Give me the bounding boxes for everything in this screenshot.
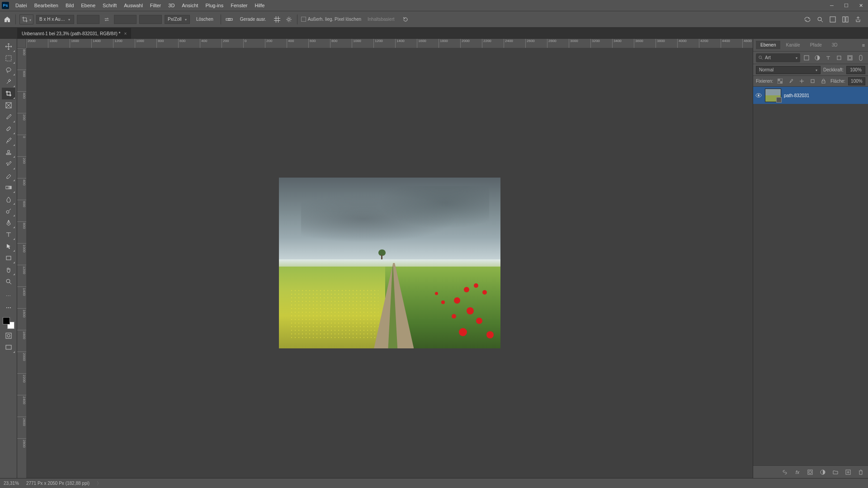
menu-datei[interactable]: Datei [12, 1, 31, 10]
resolution-unit-select[interactable]: Px/Zoll [165, 15, 190, 24]
link-layers-button[interactable] [780, 468, 789, 477]
edit-toolbar[interactable] [2, 302, 15, 314]
lock-all[interactable] [820, 77, 828, 86]
crop-height-input[interactable] [114, 15, 137, 24]
menu-bearbeiten[interactable]: Bearbeiten [31, 1, 62, 10]
dodge-tool[interactable] [2, 205, 15, 217]
delete-layer-button[interactable] [856, 468, 865, 477]
layer-visibility-toggle[interactable] [755, 92, 762, 99]
document-tab[interactable]: Unbenannt-1 bei 23,3% (path-832031, RGB/… [17, 28, 131, 39]
maximize-button[interactable]: ☐ [839, 0, 854, 11]
adjustment-layer-button[interactable] [818, 468, 827, 477]
layer-name[interactable]: path-832031 [784, 93, 809, 98]
reset-crop-button[interactable] [401, 15, 410, 24]
home-button[interactable] [3, 15, 12, 24]
crop-tool[interactable] [2, 88, 15, 99]
gradient-tool[interactable] [2, 182, 15, 193]
tab-kanaele[interactable]: Kanäle [781, 41, 804, 49]
menu-bild[interactable]: Bild [62, 1, 77, 10]
clone-stamp-tool[interactable] [2, 146, 15, 158]
search-button[interactable] [816, 15, 825, 24]
group-layers-button[interactable] [831, 468, 840, 477]
lock-pixels[interactable] [787, 77, 795, 86]
overlay-grid-button[interactable] [273, 15, 282, 24]
delete-cropped-checkbox[interactable]: Außerh. lieg. Pixel löschen [301, 17, 361, 22]
opacity-input[interactable]: 100% [846, 66, 865, 74]
zoom-level[interactable]: 23,31% [4, 481, 19, 486]
healing-tool[interactable] [2, 123, 15, 135]
canvas-image[interactable] [279, 178, 500, 348]
crop-options-button[interactable] [284, 15, 293, 24]
close-tab-button[interactable]: × [124, 31, 127, 36]
filter-adjustment-layers[interactable] [813, 53, 822, 62]
lock-artboard[interactable] [809, 77, 817, 86]
frame-tool[interactable] [2, 99, 15, 111]
history-brush-tool[interactable] [2, 158, 15, 170]
menu-auswahl[interactable]: Auswahl [120, 1, 146, 10]
fill-input[interactable]: 100% [848, 77, 865, 85]
move-tool[interactable] [2, 41, 15, 52]
pen-tool[interactable] [2, 217, 15, 229]
tab-ebenen[interactable]: Ebenen [756, 41, 780, 49]
foreground-color-swatch[interactable] [3, 317, 10, 324]
menu-ansicht[interactable]: Ansicht [178, 1, 202, 10]
menu-plugins[interactable]: Plug-ins [202, 1, 227, 10]
straighten-button[interactable]: Gerade ausr. [236, 15, 270, 24]
clear-button[interactable]: Löschen [193, 15, 217, 24]
filter-toggle[interactable] [856, 53, 865, 62]
ruler-origin[interactable] [17, 39, 26, 48]
share-button[interactable] [854, 15, 863, 24]
lock-position[interactable] [798, 77, 806, 86]
layer-style-button[interactable]: fx [793, 468, 802, 477]
close-window-button[interactable]: ✕ [854, 0, 868, 11]
crop-resolution-input[interactable] [139, 15, 162, 24]
path-selection-tool[interactable] [2, 240, 15, 252]
blend-mode-select[interactable]: Normal [756, 66, 821, 74]
straighten-icon-button[interactable] [225, 15, 234, 24]
type-tool[interactable] [2, 229, 15, 240]
workspace-switcher[interactable] [841, 15, 850, 24]
shape-tool[interactable] [2, 252, 15, 264]
tab-pfade[interactable]: Pfade [806, 41, 826, 49]
menu-3d[interactable]: 3D [165, 1, 178, 10]
tab-3d[interactable]: 3D [827, 41, 842, 49]
arrange-docs-button[interactable] [828, 15, 837, 24]
layer-list[interactable]: path-832031 [753, 87, 868, 465]
horizontal-ruler[interactable]: 2000180016001400120010008006004002000200… [26, 39, 753, 48]
layer-thumbnail[interactable] [765, 89, 781, 102]
status-info-flyout[interactable]: 〉 [97, 480, 101, 487]
new-layer-button[interactable] [844, 468, 853, 477]
filter-type-layers[interactable] [824, 53, 833, 62]
color-swatches[interactable] [2, 316, 15, 330]
document-info[interactable]: 2771 Px x 2050 Px (182,88 ppi) [26, 481, 90, 486]
viewport[interactable] [26, 48, 753, 478]
eraser-tool[interactable] [2, 170, 15, 182]
more-tools[interactable]: ⋯ [2, 290, 15, 302]
lasso-tool[interactable] [2, 64, 15, 76]
hand-tool[interactable] [2, 264, 15, 276]
lock-transparency[interactable] [776, 77, 784, 86]
filter-smartobj-layers[interactable] [845, 53, 854, 62]
quick-mask-toggle[interactable] [2, 330, 15, 342]
cloud-docs-icon[interactable] [803, 15, 812, 24]
filter-shape-layers[interactable] [835, 53, 844, 62]
screen-mode-toggle[interactable] [2, 342, 15, 353]
menu-schrift[interactable]: Schrift [99, 1, 120, 10]
brush-tool[interactable] [2, 135, 15, 146]
zoom-tool[interactable] [2, 276, 15, 287]
tool-preset-picker[interactable] [19, 14, 33, 24]
marquee-tool[interactable] [2, 52, 15, 64]
menu-ebene[interactable]: Ebene [77, 1, 99, 10]
crop-width-input[interactable] [77, 15, 99, 24]
quick-selection-tool[interactable] [2, 76, 15, 88]
minimize-button[interactable]: ─ [825, 0, 839, 11]
aspect-ratio-preset[interactable]: B x H x Au… [36, 15, 74, 24]
eyedropper-tool[interactable] [2, 111, 15, 123]
menu-hilfe[interactable]: Hilfe [251, 1, 268, 10]
panel-menu-button[interactable]: ≡ [859, 41, 868, 50]
swap-dimensions-button[interactable] [102, 15, 111, 24]
layer-filter-type[interactable]: Art [756, 53, 800, 62]
vertical-ruler[interactable]: 8006004002000200400600800100012001400160… [17, 48, 26, 478]
blur-tool[interactable] [2, 193, 15, 205]
layer-mask-button[interactable] [806, 468, 815, 477]
